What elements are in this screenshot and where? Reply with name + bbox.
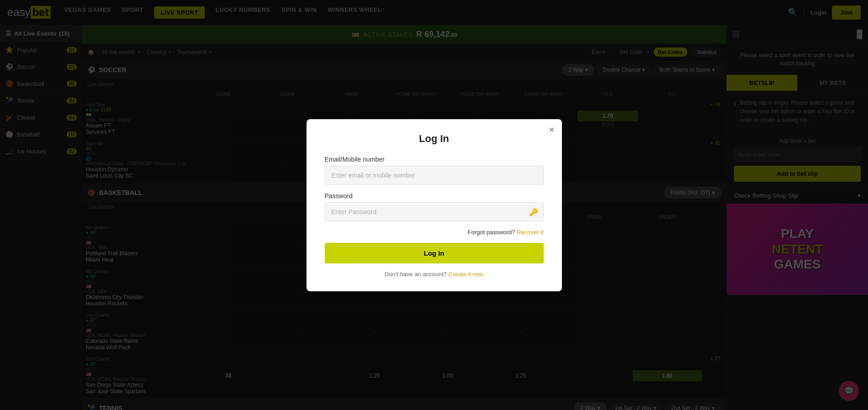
modal-login-button[interactable]: Log In [325,243,544,263]
create-account-link[interactable]: Create it now [448,271,483,278]
modal-register: Don't have an account? Create it now [325,271,544,278]
forgot-text: Forgot password? [468,229,515,236]
recover-link[interactable]: Recover it [517,229,544,236]
eye-icon[interactable]: 🔑 [529,207,538,216]
login-modal: × Log In Email/Mobile number Password 🔑 … [307,119,562,291]
password-wrap: 🔑 [325,202,544,221]
password-input[interactable] [325,202,544,221]
no-account-text: Don't have an account? [385,271,447,278]
modal-email-label: Email/Mobile number [325,156,544,163]
modal-email-field: Email/Mobile number [325,156,544,185]
modal-password-label: Password [325,192,544,200]
email-input[interactable] [325,166,544,185]
modal-close-button[interactable]: × [549,125,555,135]
modal-overlay: × Log In Email/Mobile number Password 🔑 … [0,0,868,410]
modal-password-field: Password 🔑 [325,192,544,221]
forgot-row: Forgot password? Recover it [325,229,544,236]
modal-title: Log In [325,133,544,145]
